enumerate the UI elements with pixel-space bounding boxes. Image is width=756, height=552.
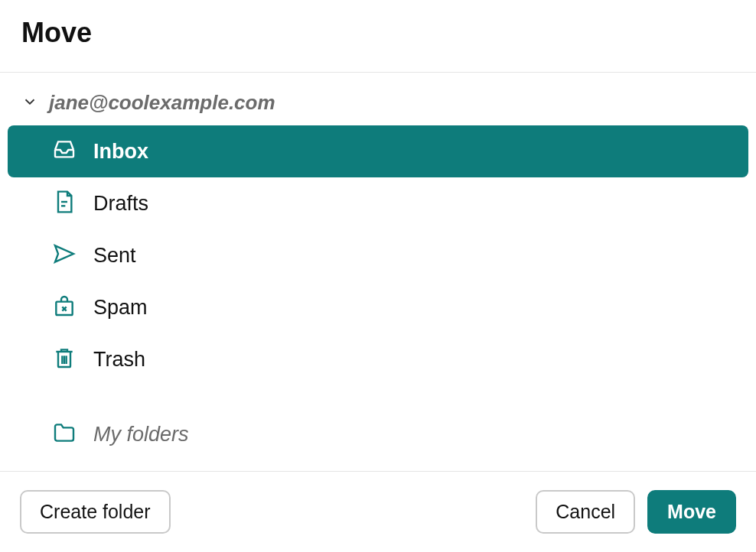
folder-item-sent[interactable]: Sent [8, 229, 748, 281]
account-email: jane@coolexample.com [49, 91, 275, 115]
folder-label: Trash [93, 348, 145, 372]
dialog-footer: Create folder Cancel Move [0, 472, 756, 552]
cancel-button[interactable]: Cancel [536, 490, 635, 534]
folder-item-spam[interactable]: Spam [8, 281, 748, 333]
folder-item-inbox[interactable]: Inbox [8, 125, 748, 177]
dialog-header: Move [0, 0, 756, 72]
folder-label: Spam [93, 296, 148, 320]
chevron-down-icon [21, 93, 38, 113]
move-dialog: Move jane@coolexample.com Inbox [0, 0, 756, 552]
folder-item-trash[interactable]: Trash [8, 333, 748, 385]
account-toggle[interactable]: jane@coolexample.com [0, 80, 756, 125]
dialog-title: Move [21, 17, 735, 49]
folder-label: Inbox [93, 140, 148, 164]
dialog-body: jane@coolexample.com Inbox [0, 73, 756, 471]
create-folder-button[interactable]: Create folder [20, 490, 171, 534]
inbox-icon [52, 138, 77, 165]
move-button[interactable]: Move [647, 490, 736, 534]
folder-label: Sent [93, 244, 136, 268]
spam-icon [52, 294, 77, 321]
send-icon [52, 242, 77, 269]
folder-list: Inbox Drafts [0, 125, 756, 460]
trash-icon [52, 346, 77, 373]
folder-item-drafts[interactable]: Drafts [8, 177, 748, 229]
folder-icon [52, 420, 77, 448]
document-icon [52, 190, 77, 217]
folder-label: My folders [93, 423, 189, 446]
folder-item-my-folders[interactable]: My folders [8, 408, 748, 460]
folder-label: Drafts [93, 192, 148, 216]
